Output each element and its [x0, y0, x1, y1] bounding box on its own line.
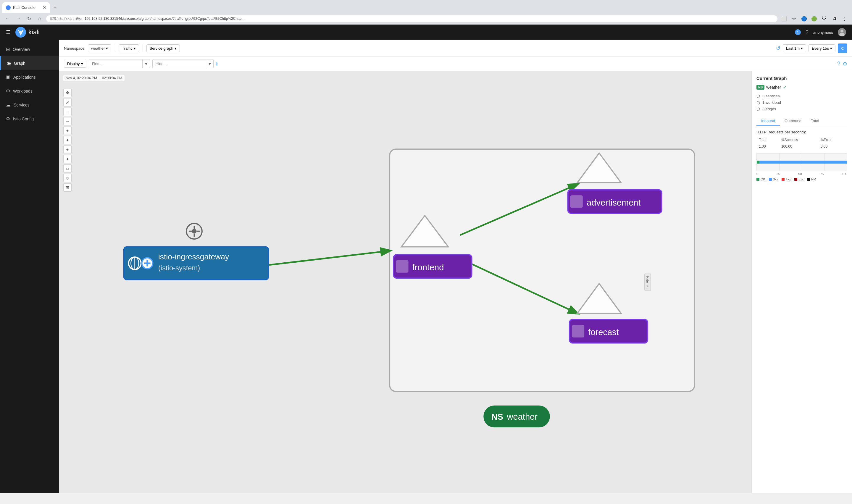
http-stats-table: Total %Success %Error 1.00 100.00 0.00 — [757, 137, 847, 150]
legend-ok-dot — [757, 178, 759, 181]
kiali-logo-text: kiali — [29, 29, 40, 36]
hide-input[interactable] — [153, 60, 206, 68]
svg-point-2 — [840, 30, 844, 33]
sidebar-item-services[interactable]: ☁ Services — [0, 98, 59, 112]
side-panel-title: Current Graph — [757, 76, 847, 81]
service-graph-label: Service graph — [150, 46, 174, 51]
home-button[interactable]: ⌂ — [36, 15, 44, 23]
notification-bell[interactable]: 1 — [795, 29, 801, 35]
interval-dropdown[interactable]: Every 15s ▾ — [809, 44, 835, 52]
bar-3xx — [759, 161, 847, 164]
time-dropdown[interactable]: Last 1m ▾ — [783, 44, 806, 52]
sidebar: ⊞ Overview ◉ Graph ▣ Applications ⚙ Work… — [0, 40, 59, 493]
browser-controls: ← → ↻ ⌂ 保護されていない通信 192.168.92.130:32154/… — [0, 13, 852, 24]
http-chart: 0 25 50 75 100 OK — [757, 153, 847, 181]
tab-inbound[interactable]: Inbound — [757, 116, 780, 126]
legend-4xx-label: 4xx — [786, 178, 791, 181]
tab-outbound[interactable]: Outbound — [780, 116, 806, 126]
help-circle-icon[interactable]: ? — [837, 61, 840, 67]
chart-area — [757, 153, 847, 171]
main-layout: ⊞ Overview ◉ Graph ▣ Applications ⚙ Work… — [0, 40, 852, 493]
namespace-value: weather — [91, 46, 105, 51]
sidebar-item-graph-label: Graph — [14, 61, 25, 66]
axis-100: 100 — [842, 172, 847, 176]
toolbar-right: ↺ Last 1m ▾ Every 15s ▾ ↻ — [776, 43, 847, 53]
panel-tabs: Inbound Outbound Total — [757, 116, 847, 126]
axis-75: 75 — [820, 172, 823, 176]
legend-3xx-label: 3xx — [773, 178, 778, 181]
forward-button[interactable]: → — [14, 15, 22, 23]
tab-close-button[interactable]: ✕ — [42, 5, 46, 10]
extension-1-icon[interactable]: 🔵 — [800, 15, 808, 23]
sidebar-item-graph[interactable]: ◉ Graph — [0, 56, 59, 70]
istio-config-icon: ⚙ — [6, 116, 10, 122]
content-area: Namespace: weather ▾ Traffic ▾ Service g… — [59, 40, 852, 493]
val-error: 0.00 — [818, 143, 847, 150]
sidebar-item-overview[interactable]: ⊞ Overview — [0, 42, 59, 56]
stats-list: ⬡ 3 services ⬡ 1 workload ⬡ 3 edges — [757, 94, 847, 111]
svg-text:(istio-system): (istio-system) — [158, 264, 200, 272]
traffic-dropdown[interactable]: Traffic ▾ — [119, 44, 139, 52]
hamburger-menu[interactable]: ☰ — [6, 29, 11, 36]
side-panel: Current Graph NS weather ✓ ⬡ 3 services … — [751, 71, 852, 493]
edges-stat-icon: ⬡ — [757, 107, 760, 111]
axis-25: 25 — [777, 172, 780, 176]
display-dropdown[interactable]: Display ▾ — [64, 60, 86, 68]
svg-rect-26 — [570, 195, 583, 208]
applications-icon: ▣ — [6, 74, 10, 80]
address-bar[interactable]: 保護されていない通信 192.168.92.130:32154/kiali/co… — [46, 15, 777, 22]
user-avatar[interactable] — [838, 28, 846, 36]
time-label: Last 1m — [786, 46, 800, 51]
info-icon[interactable]: ℹ — [216, 61, 218, 67]
interval-chevron-icon: ▾ — [830, 46, 832, 51]
graph-canvas[interactable]: Nov 4, 02:29:04 PM ... 02:30:04 PM ✤ ⤢ →… — [59, 71, 751, 493]
browser-toolbar: ⬜ ☆ 🔵 🟢 🛡 🖥 ⋮ — [780, 15, 849, 23]
bookmark-icon[interactable]: ☆ — [790, 15, 798, 23]
extension-4-icon[interactable]: 🖥 — [830, 15, 838, 23]
active-tab[interactable]: Kiali Console ✕ — [2, 2, 50, 13]
help-icon[interactable]: ? — [805, 29, 809, 36]
traffic-chevron-icon: ▾ — [134, 46, 136, 51]
extension-3-icon[interactable]: 🛡 — [820, 15, 828, 23]
tab-total[interactable]: Total — [806, 116, 823, 126]
secondary-toolbar-right: ? ⚙ — [837, 61, 847, 67]
col-error: %Error — [818, 137, 847, 143]
frontend-service[interactable]: frontend — [394, 255, 472, 278]
url-text: 192.168.92.130:32154/kiali/console/graph… — [85, 17, 774, 21]
new-tab-button[interactable]: + — [51, 3, 59, 12]
refresh-button[interactable]: ↻ — [25, 15, 33, 23]
legend-nr-dot — [807, 178, 810, 181]
legend-4xx: 4xx — [782, 178, 791, 181]
menu-button[interactable]: ⋮ — [840, 15, 849, 23]
find-chevron-icon[interactable]: ▾ — [142, 59, 150, 68]
find-input-group: ▾ — [89, 59, 150, 68]
chart-bar — [757, 161, 847, 164]
svg-text:advertisement: advertisement — [587, 198, 640, 207]
svg-text:frontend: frontend — [412, 263, 444, 272]
hide-panel-button[interactable]: Hide » — [644, 273, 651, 291]
display-label: Display — [67, 61, 80, 66]
hide-label: Hide — [646, 276, 649, 283]
forecast-service[interactable]: forecast — [569, 320, 648, 343]
svg-text:weather: weather — [507, 412, 538, 421]
settings-icon[interactable]: ⚙ — [842, 61, 847, 67]
extension-2-icon[interactable]: 🟢 — [810, 15, 818, 23]
legend-nr: NR — [807, 178, 816, 181]
back-button[interactable]: ← — [3, 15, 12, 23]
sidebar-item-applications[interactable]: ▣ Applications — [0, 70, 59, 84]
advertisement-service[interactable]: advertisement — [568, 190, 662, 213]
hide-chevron-icon[interactable]: ▾ — [206, 59, 213, 68]
sidebar-item-istio-config-label: Istio Config — [13, 116, 34, 121]
ingress-gateway-node[interactable]: istio-ingressgateway (istio-system) — [124, 247, 269, 280]
translate-icon[interactable]: ⬜ — [780, 15, 788, 23]
sidebar-item-istio-config[interactable]: ⚙ Istio Config — [0, 112, 59, 126]
service-graph-dropdown[interactable]: Service graph ▾ — [146, 44, 180, 52]
workloads-icon: ⚙ — [6, 88, 10, 94]
val-success: 100.00 — [779, 143, 818, 150]
sidebar-item-workloads[interactable]: ⚙ Workloads — [0, 84, 59, 98]
refresh-button[interactable]: ↻ — [838, 43, 847, 53]
find-input[interactable] — [89, 60, 142, 68]
tab-favicon — [6, 5, 11, 10]
namespace-dropdown[interactable]: weather ▾ — [88, 44, 111, 52]
display-chevron-icon: ▾ — [81, 61, 83, 66]
